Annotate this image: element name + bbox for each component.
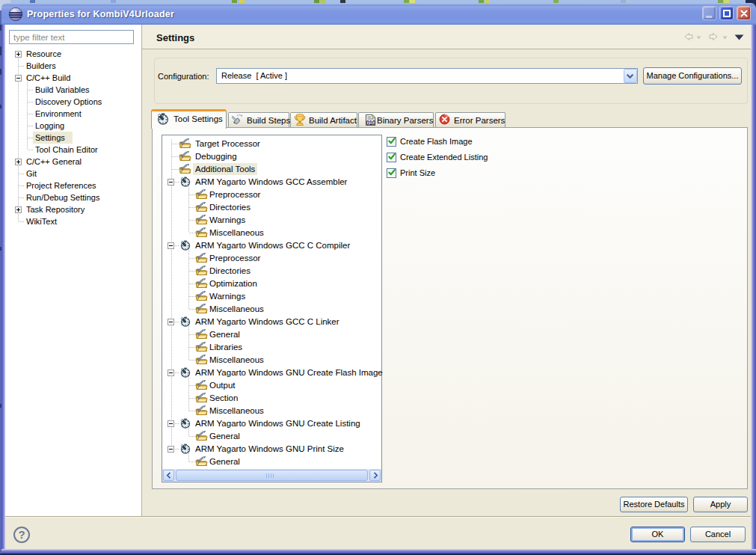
svg-text:010: 010 bbox=[366, 119, 376, 126]
